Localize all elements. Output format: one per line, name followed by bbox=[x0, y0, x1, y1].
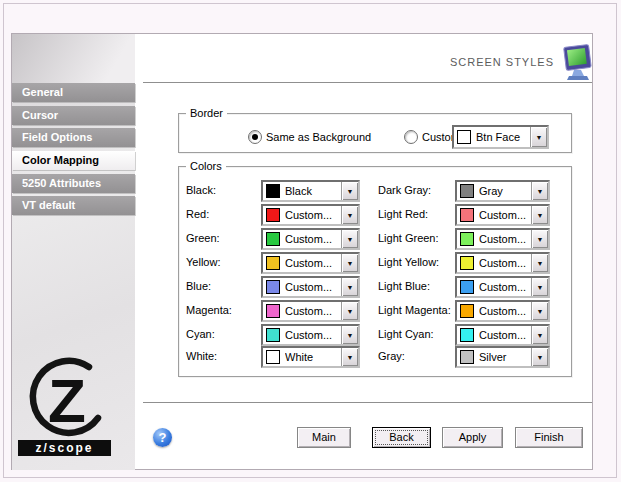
color-swatch bbox=[460, 208, 474, 222]
sidebar-item-field-options[interactable]: Field Options bbox=[12, 128, 135, 147]
sidebar-item-vt-default[interactable]: VT default bbox=[12, 196, 135, 215]
color-swatch bbox=[460, 184, 474, 198]
radio-custom[interactable] bbox=[404, 130, 418, 144]
dropdown-button[interactable]: ▼ bbox=[531, 302, 548, 320]
color-swatch bbox=[266, 184, 280, 198]
zscope-logo-icon: Z bbox=[18, 354, 118, 440]
color-combo-gray[interactable]: Silver ▼ bbox=[455, 346, 550, 368]
color-combo-light-magenta[interactable]: Custom... ▼ bbox=[455, 300, 550, 322]
color-swatch bbox=[460, 350, 474, 364]
header-divider bbox=[143, 82, 592, 83]
main-button[interactable]: Main bbox=[297, 427, 351, 448]
color-combo-dark-gray[interactable]: Gray ▼ bbox=[455, 180, 550, 202]
color-combo-black[interactable]: Black ▼ bbox=[261, 180, 360, 202]
dropdown-button[interactable]: ▼ bbox=[341, 206, 358, 224]
color-combo-light-yellow[interactable]: Custom... ▼ bbox=[455, 252, 550, 274]
chevron-down-icon: ▼ bbox=[347, 284, 354, 291]
color-combo-yellow[interactable]: Custom... ▼ bbox=[261, 252, 360, 274]
color-combo-light-red[interactable]: Custom... ▼ bbox=[455, 204, 550, 226]
color-label-light-yellow: Light Yellow: bbox=[378, 256, 439, 268]
color-combo-cyan[interactable]: Custom... ▼ bbox=[261, 324, 360, 346]
radio-same-as-background-label: Same as Background bbox=[266, 131, 371, 143]
color-label-light-green: Light Green: bbox=[378, 232, 439, 244]
color-swatch bbox=[266, 256, 280, 270]
color-combo-magenta[interactable]: Custom... ▼ bbox=[261, 300, 360, 322]
apply-button[interactable]: Apply bbox=[442, 427, 503, 448]
svg-text:Z: Z bbox=[48, 366, 86, 435]
color-label-white: White: bbox=[186, 350, 217, 362]
chevron-down-icon: ▼ bbox=[537, 354, 544, 361]
chevron-down-icon: ▼ bbox=[347, 354, 354, 361]
combo-value: Custom... bbox=[479, 257, 531, 269]
color-label-yellow: Yellow: bbox=[186, 256, 220, 268]
color-swatch bbox=[266, 304, 280, 318]
dropdown-button[interactable]: ▼ bbox=[341, 182, 358, 200]
combo-value: Custom... bbox=[479, 305, 531, 317]
chevron-down-icon: ▼ bbox=[537, 308, 544, 315]
color-label-gray: Gray: bbox=[378, 350, 405, 362]
color-swatch bbox=[460, 256, 474, 270]
combo-value: Custom... bbox=[285, 281, 341, 293]
color-swatch bbox=[460, 304, 474, 318]
color-swatch bbox=[266, 280, 280, 294]
combo-value: Custom... bbox=[285, 233, 341, 245]
dropdown-button[interactable]: ▼ bbox=[341, 278, 358, 296]
combo-value: Silver bbox=[479, 351, 531, 363]
dropdown-button[interactable]: ▼ bbox=[341, 254, 358, 272]
dropdown-button[interactable]: ▼ bbox=[531, 230, 548, 248]
color-label-light-cyan: Light Cyan: bbox=[378, 328, 434, 340]
border-color-combo[interactable]: Btn Face ▼ bbox=[452, 125, 549, 149]
dropdown-button[interactable]: ▼ bbox=[531, 326, 548, 344]
color-label-blue: Blue: bbox=[186, 280, 211, 292]
combo-value: Custom... bbox=[479, 329, 531, 341]
color-label-red: Red: bbox=[186, 208, 209, 220]
color-combo-light-blue[interactable]: Custom... ▼ bbox=[455, 276, 550, 298]
chevron-down-icon: ▼ bbox=[537, 236, 544, 243]
dropdown-button[interactable]: ▼ bbox=[531, 278, 548, 296]
chevron-down-icon: ▼ bbox=[536, 134, 543, 141]
dropdown-button[interactable]: ▼ bbox=[531, 182, 548, 200]
dropdown-button[interactable]: ▼ bbox=[341, 326, 358, 344]
dropdown-button[interactable]: ▼ bbox=[341, 302, 358, 320]
dropdown-button[interactable]: ▼ bbox=[530, 127, 547, 147]
dropdown-button[interactable]: ▼ bbox=[531, 254, 548, 272]
page-title: SCREEN STYLES bbox=[438, 56, 554, 68]
sidebar-item-color-mapping[interactable]: Color Mapping bbox=[12, 151, 135, 170]
dropdown-button[interactable]: ▼ bbox=[531, 348, 548, 366]
radio-same-as-background[interactable] bbox=[248, 130, 262, 144]
back-button[interactable]: Back bbox=[372, 427, 431, 448]
combo-value: White bbox=[285, 351, 341, 363]
color-label-magenta: Magenta: bbox=[186, 304, 232, 316]
sidebar-item-general[interactable]: General bbox=[12, 83, 135, 102]
finish-button[interactable]: Finish bbox=[515, 427, 583, 448]
color-label-light-red: Light Red: bbox=[378, 208, 428, 220]
chevron-down-icon: ▼ bbox=[537, 284, 544, 291]
dropdown-button[interactable]: ▼ bbox=[341, 348, 358, 366]
chevron-down-icon: ▼ bbox=[537, 332, 544, 339]
help-button[interactable]: ? bbox=[153, 428, 172, 447]
color-combo-red[interactable]: Custom... ▼ bbox=[261, 204, 360, 226]
color-combo-green[interactable]: Custom... ▼ bbox=[261, 228, 360, 250]
chevron-down-icon: ▼ bbox=[537, 260, 544, 267]
color-label-light-blue: Light Blue: bbox=[378, 280, 430, 292]
combo-value: Black bbox=[285, 185, 341, 197]
chevron-down-icon: ▼ bbox=[537, 188, 544, 195]
color-combo-light-cyan[interactable]: Custom... ▼ bbox=[455, 324, 550, 346]
color-swatch bbox=[266, 328, 280, 342]
combo-value: Custom... bbox=[285, 209, 341, 221]
chevron-down-icon: ▼ bbox=[347, 308, 354, 315]
combo-value: Custom... bbox=[285, 329, 341, 341]
color-combo-white[interactable]: White ▼ bbox=[261, 346, 360, 368]
color-swatch bbox=[460, 280, 474, 294]
sidebar-item-cursor[interactable]: Cursor bbox=[12, 106, 135, 125]
sidebar-item-5250-attributes[interactable]: 5250 Attributes bbox=[12, 174, 135, 193]
dropdown-button[interactable]: ▼ bbox=[531, 206, 548, 224]
color-combo-blue[interactable]: Custom... ▼ bbox=[261, 276, 360, 298]
color-swatch bbox=[266, 350, 280, 364]
dropdown-button[interactable]: ▼ bbox=[341, 230, 358, 248]
combo-value: Btn Face bbox=[476, 131, 530, 143]
color-label-dark-gray: Dark Gray: bbox=[378, 184, 431, 196]
question-mark-icon: ? bbox=[159, 430, 167, 445]
border-group-label: Border bbox=[186, 106, 227, 120]
color-combo-light-green[interactable]: Custom... ▼ bbox=[455, 228, 550, 250]
